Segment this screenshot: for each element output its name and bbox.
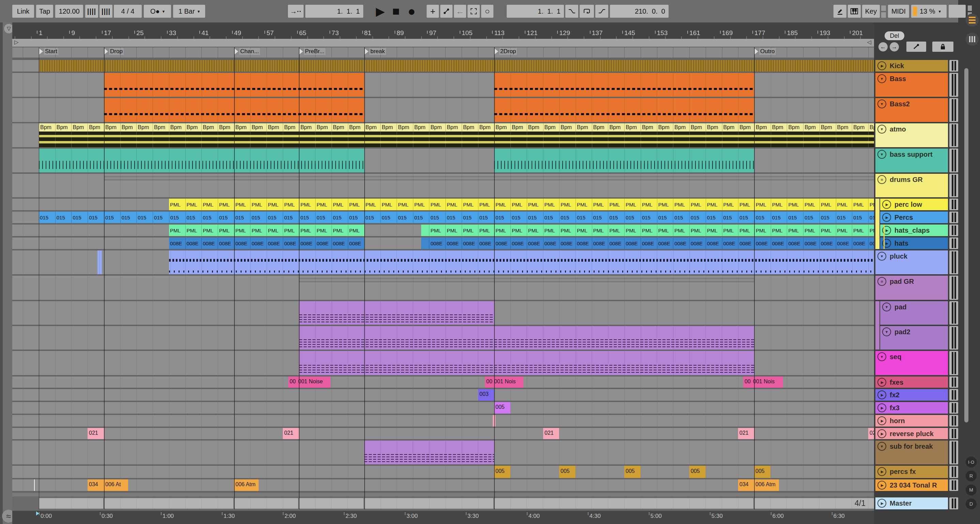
locator-outro[interactable]: Outro [754, 48, 776, 55]
horizontal-scroll-strip[interactable] [12, 493, 958, 496]
lane-bass-support[interactable] [12, 149, 874, 172]
clip-cell[interactable]: 015 [462, 211, 478, 223]
loop-length-field[interactable]: 210. 0. 0 [610, 5, 668, 18]
track-fold-icon[interactable]: ▶ [877, 378, 886, 387]
lane-pad2[interactable] [12, 326, 874, 349]
clip-cell[interactable]: 015 [397, 211, 413, 223]
track-header-drums-gr[interactable]: ≡drums GR [875, 174, 948, 197]
group-unfold-icon[interactable]: ≡ [877, 175, 886, 184]
track-fold-icon[interactable]: ▶ [877, 467, 886, 476]
lane-fxes[interactable]: 00001 Noise00001 Nois00001 Nois [12, 376, 874, 388]
lane-pad[interactable] [12, 301, 874, 325]
clip-pml[interactable]: PMLPMLPMLPMLPMLPMLPMLPMLPMLPMLPMLPML [169, 224, 364, 236]
clip-cell[interactable]: 015 [364, 211, 380, 223]
clip-cell[interactable]: 015 [39, 211, 55, 223]
clip-cell[interactable]: PML [722, 198, 738, 210]
track-header-pad[interactable]: ▼pad [880, 301, 948, 325]
clip-cell[interactable]: PML [348, 198, 364, 210]
clip-cell[interactable]: PML [234, 224, 250, 236]
clip-cell[interactable]: PML [478, 198, 495, 210]
lane-23-034-tonal-r[interactable]: 034006 At006 Atm034006 Atm [12, 480, 874, 491]
track-unfold-icon[interactable]: ▼ [877, 442, 886, 451]
prev-locator-button[interactable]: ← [878, 42, 888, 51]
clip-cell[interactable]: 015 [332, 211, 348, 223]
clip-005[interactable]: 005 [494, 466, 511, 478]
master-automation-segment[interactable] [364, 498, 493, 509]
track-header-pad-gr[interactable]: ≡pad GR [875, 276, 948, 300]
clip-bass[interactable] [494, 73, 754, 97]
clip-cell[interactable]: PML [852, 224, 868, 236]
clip-cell[interactable]: 015 [185, 211, 202, 223]
clip-cell[interactable]: PML [234, 198, 250, 210]
clip-cell[interactable]: PML [819, 224, 836, 236]
lane-percs[interactable]: 0150150150150150150150150150150150150150… [12, 211, 874, 223]
clip-cell[interactable]: PML [462, 198, 478, 210]
locator-start[interactable]: Start [39, 48, 58, 55]
clip-cell[interactable]: PML [559, 198, 576, 210]
clip-cell[interactable]: 015 [169, 211, 185, 223]
clip-cell[interactable]: 015 [153, 211, 169, 223]
punch-region-button[interactable] [468, 5, 480, 18]
track-header-fx2[interactable]: ▶fx2 [875, 389, 948, 401]
track-header-horn[interactable]: ▶horn [875, 415, 948, 427]
clip-cell[interactable]: PML [218, 224, 234, 236]
clip-cell[interactable]: PML [185, 224, 202, 236]
clip-cell[interactable]: PML [494, 224, 511, 236]
clip-cell[interactable]: 015 [624, 211, 641, 223]
clip-cell[interactable]: PML [494, 198, 511, 210]
clip-cell[interactable]: PML [657, 198, 673, 210]
clip-midi[interactable] [299, 301, 494, 325]
io-section-toggle[interactable]: I·O [966, 457, 977, 467]
track-header-master[interactable]: ▶Master [875, 497, 948, 509]
clip-mini[interactable] [299, 276, 754, 300]
clip-cell[interactable]: 015 [413, 211, 430, 223]
record-button[interactable]: ● [404, 3, 419, 19]
clip-cell[interactable]: 008E [511, 237, 527, 249]
lane-fx3[interactable]: 005 [12, 402, 874, 414]
clip-cell[interactable]: 015 [592, 211, 608, 223]
clip-cell[interactable]: 008E [657, 237, 673, 249]
clip-cell[interactable]: PML [592, 198, 608, 210]
groove-menu[interactable]: O● ▾ [144, 5, 171, 18]
track-unfold-icon[interactable]: ▼ [877, 74, 886, 83]
locator-2drop[interactable]: 2Drop [495, 48, 517, 55]
track-unfold-icon[interactable]: ▼ [877, 100, 886, 108]
track-fold-icon[interactable]: ▶ [877, 481, 886, 490]
clip-cell[interactable]: 008E [624, 237, 641, 249]
clip-cell[interactable]: 015 [722, 211, 738, 223]
clip-cell[interactable]: 008E [852, 237, 868, 249]
clip-teal[interactable] [494, 149, 754, 172]
clip-cell[interactable]: PML [608, 224, 624, 236]
mixer-section-toggle[interactable]: M [966, 484, 977, 495]
clip-cell[interactable]: PML [657, 224, 673, 236]
clip-cell[interactable]: 015 [819, 211, 836, 223]
clip-021[interactable]: 021 [88, 428, 104, 439]
clip-cell[interactable]: 008E [462, 237, 478, 249]
clip-005[interactable]: 005 [689, 466, 706, 478]
lane-perc-low[interactable]: PMLPMLPMLPMLPMLPMLPMLPMLPMLPMLPMLPMLPMLP… [12, 198, 874, 210]
locator-drop[interactable]: Drop [104, 48, 124, 55]
track-header-pad2[interactable]: ▼pad2 [880, 326, 948, 349]
clip-021[interactable]: 021 [738, 428, 754, 439]
computer-midi-keyboard-button[interactable] [848, 5, 861, 18]
next-locator-button[interactable]: → [890, 42, 899, 51]
clip-001-noise[interactable]: 001 Noise [297, 376, 331, 388]
clip-cell[interactable] [421, 237, 429, 249]
lane-kick[interactable] [12, 60, 874, 71]
locator-chan[interactable]: Chan... [234, 48, 260, 55]
track-fold-icon[interactable]: ▶ [882, 213, 891, 222]
clip-cell[interactable]: PML [527, 198, 543, 210]
clip-cell[interactable]: 015 [478, 211, 495, 223]
clip-cell[interactable]: 008E [348, 237, 364, 249]
clip-cell[interactable]: 015 [608, 211, 624, 223]
clip-cell[interactable]: 015 [852, 211, 868, 223]
clip-cell[interactable]: 008E [185, 237, 202, 249]
delay-section-toggle[interactable]: D [966, 499, 977, 509]
clip-cell[interactable]: PML [250, 198, 266, 210]
clip-cell[interactable]: PML [413, 198, 430, 210]
clip-cell[interactable]: 008E [494, 237, 511, 249]
clip-cell[interactable]: PML [543, 224, 560, 236]
clip-cell[interactable]: PML [836, 198, 852, 210]
clip-cell[interactable]: 015 [836, 211, 852, 223]
track-unfold-icon[interactable]: ▼ [882, 303, 891, 311]
